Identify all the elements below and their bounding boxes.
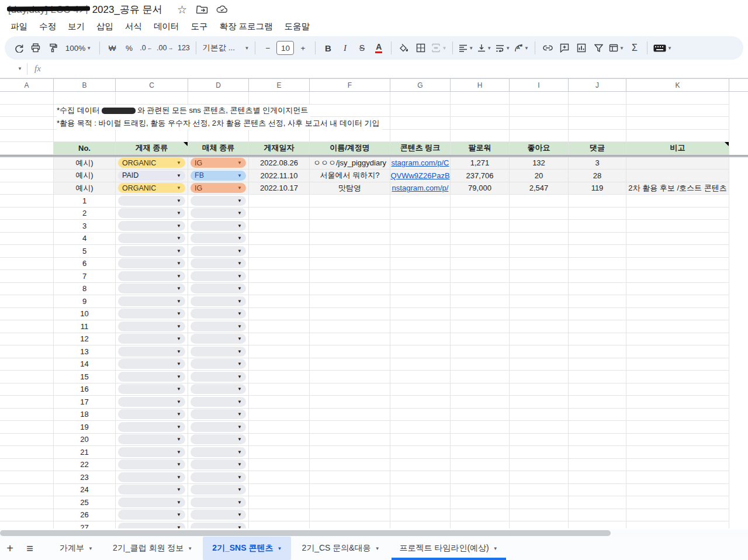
cell-no[interactable]: 27 <box>54 521 116 528</box>
cell[interactable] <box>510 484 569 497</box>
cell[interactable]: ORGANIC▼ <box>116 182 188 195</box>
cell[interactable]: ▼ <box>188 233 249 246</box>
cell[interactable]: ▼ <box>116 358 188 371</box>
cell[interactable] <box>569 434 626 447</box>
cell[interactable] <box>310 195 390 208</box>
cell[interactable] <box>0 220 54 233</box>
functions-button[interactable]: Σ <box>626 40 643 56</box>
dropdown-chip-empty[interactable]: ▼ <box>118 497 185 507</box>
cell[interactable] <box>0 245 54 258</box>
cell[interactable]: ▼ <box>116 371 188 383</box>
cell[interactable]: ORGANIC▼ <box>116 157 188 170</box>
cell[interactable] <box>626 459 729 472</box>
cell[interactable]: ▼ <box>116 396 188 409</box>
cell[interactable]: ▼ <box>188 496 249 509</box>
cell-comments[interactable]: 119 <box>569 182 626 195</box>
cell[interactable] <box>0 130 54 143</box>
cloud-saved-icon[interactable] <box>216 4 228 15</box>
cell[interactable] <box>188 92 249 105</box>
cell[interactable] <box>310 283 390 296</box>
cell-no[interactable]: 12 <box>54 333 116 346</box>
cell[interactable] <box>249 308 310 321</box>
column-header-E[interactable]: E <box>249 78 310 92</box>
cell[interactable]: ▼ <box>188 446 249 459</box>
cell[interactable] <box>510 396 569 409</box>
cell[interactable] <box>390 92 451 105</box>
cell[interactable] <box>626 333 729 346</box>
cell[interactable] <box>390 320 451 333</box>
cell[interactable] <box>390 358 451 371</box>
add-sheet-button[interactable]: + <box>0 538 20 558</box>
cell[interactable] <box>390 195 451 208</box>
cell[interactable] <box>626 117 729 130</box>
dropdown-chip-empty[interactable]: ▼ <box>118 485 185 495</box>
cell[interactable] <box>116 130 188 143</box>
cell[interactable] <box>451 320 510 333</box>
cell[interactable] <box>510 521 569 528</box>
cell[interactable] <box>569 496 626 509</box>
cell[interactable] <box>451 270 510 283</box>
cell-no[interactable]: 2 <box>54 208 116 220</box>
cell[interactable] <box>626 345 729 358</box>
cell[interactable] <box>390 333 451 346</box>
cell[interactable] <box>249 383 310 396</box>
cell[interactable] <box>249 421 310 434</box>
cell-likes[interactable]: 132 <box>510 157 569 170</box>
cell[interactable] <box>626 509 729 522</box>
format-percent-button[interactable]: % <box>121 40 137 56</box>
cell[interactable] <box>510 409 569 421</box>
cell[interactable] <box>0 142 54 155</box>
cell[interactable] <box>626 92 729 105</box>
cell-no[interactable]: 20 <box>54 434 116 447</box>
cell-content-link[interactable]: nstagram.com/p/ <box>390 182 451 195</box>
cell[interactable] <box>510 434 569 447</box>
cell[interactable] <box>310 496 390 509</box>
cell[interactable]: ▼ <box>116 383 188 396</box>
cell[interactable]: ▼ <box>188 220 249 233</box>
dropdown-chip-ig[interactable]: IG▼ <box>191 158 246 168</box>
text-color-button[interactable]: A <box>370 40 387 56</box>
cell[interactable] <box>451 409 510 421</box>
cell[interactable] <box>54 92 116 105</box>
dropdown-chip-empty[interactable]: ▼ <box>118 523 185 528</box>
cell[interactable] <box>0 496 54 509</box>
cell[interactable] <box>626 270 729 283</box>
sheet-tab-0[interactable]: 가계부▼ <box>50 537 102 560</box>
cell[interactable] <box>626 383 729 396</box>
cell[interactable] <box>510 471 569 484</box>
column-header-J[interactable]: J <box>569 78 626 92</box>
cell-content-link[interactable]: stagram.com/p/C <box>390 157 451 170</box>
cell-date[interactable]: 2022.08.26 <box>249 157 310 170</box>
cell[interactable] <box>451 471 510 484</box>
dropdown-chip-empty[interactable]: ▼ <box>191 208 246 218</box>
header-cell-매체 종류[interactable]: 매체 종류 <box>188 142 249 155</box>
cell[interactable] <box>451 245 510 258</box>
dropdown-chip-empty[interactable]: ▼ <box>191 309 246 319</box>
cell-no[interactable]: 10 <box>54 308 116 321</box>
font-size-decrease-button[interactable]: − <box>259 40 276 56</box>
cell-no[interactable]: 6 <box>54 258 116 271</box>
cell[interactable] <box>569 383 626 396</box>
dropdown-chip-empty[interactable]: ▼ <box>191 359 246 369</box>
decrease-decimal-button[interactable]: .0← <box>138 40 154 56</box>
cell-no[interactable]: 5 <box>54 245 116 258</box>
cell[interactable] <box>249 295 310 308</box>
cell[interactable]: ▼ <box>116 509 188 522</box>
bold-button[interactable]: B <box>320 40 336 56</box>
cell[interactable]: ▼ <box>188 434 249 447</box>
fill-color-button[interactable] <box>396 40 412 56</box>
cell-followers[interactable]: 79,000 <box>451 182 510 195</box>
cell[interactable]: FB▼ <box>188 170 249 182</box>
cell-date[interactable]: 2022.10.17 <box>249 182 310 195</box>
cell[interactable] <box>510 308 569 321</box>
dropdown-chip-empty[interactable]: ▼ <box>118 422 185 432</box>
cell[interactable] <box>451 521 510 528</box>
cell[interactable] <box>310 459 390 472</box>
cell[interactable] <box>569 345 626 358</box>
cell[interactable] <box>0 434 54 447</box>
cell[interactable] <box>390 258 451 271</box>
cell[interactable] <box>451 434 510 447</box>
menu-item-7[interactable]: 확장 프로그램 <box>214 19 279 34</box>
dropdown-chip-empty[interactable]: ▼ <box>191 372 246 382</box>
cell[interactable] <box>249 484 310 497</box>
